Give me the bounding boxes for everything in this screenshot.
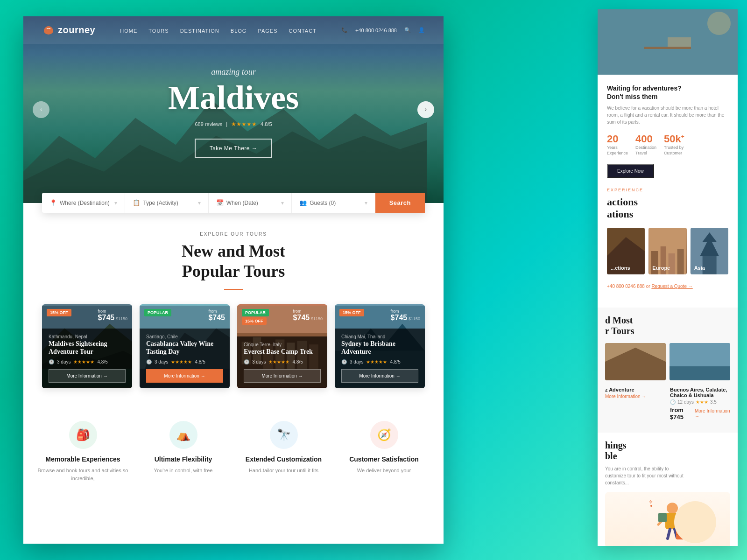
- destination-card-1[interactable]: ...ctions: [607, 228, 645, 274]
- section-divider: [224, 289, 243, 290]
- features-section: 🎒 Memorable Experiences Browse and book …: [23, 402, 444, 491]
- rp-adventure-section: hingsble You are in control, the ability…: [598, 433, 738, 546]
- card2-more-btn[interactable]: More Information →: [146, 369, 223, 383]
- rp-hero-scene: [598, 9, 738, 75]
- phone-icon: 📞: [341, 27, 348, 33]
- where-field[interactable]: 📍 Where (Destination) ▾: [42, 193, 125, 213]
- card1-more-btn[interactable]: More Information →: [49, 369, 126, 383]
- guests-field[interactable]: 👥 Guests (0) ▾: [292, 193, 375, 213]
- rp-tour-cards: [605, 343, 730, 380]
- card3-stars: ★★★★★: [268, 359, 289, 364]
- card2-title: Casablanca Valley Wine Tasting Day: [146, 340, 223, 356]
- svg-point-50: [650, 505, 652, 507]
- nav-blog[interactable]: BLOG: [231, 26, 247, 35]
- rp-phone-number[interactable]: +40 800 0246 888 or Request a Quote →: [607, 284, 728, 289]
- tour-card-3[interactable]: POPULAR 15% OFF from $745 $1150 Cinque T…: [237, 304, 327, 388]
- rp-tour-card-2[interactable]: [669, 343, 730, 380]
- feature-2-desc: You're in control, with free: [138, 467, 229, 475]
- card2-stars: ★★★★★: [171, 359, 192, 364]
- tour-card-1[interactable]: 15% OFF from $745 $1150 Kathmandu, Nepal…: [42, 304, 132, 388]
- hero-cta-button[interactable]: Take Me There →: [195, 139, 273, 158]
- rp-experience-label: EXPERIENCE: [607, 188, 728, 192]
- binoculars-icon: 🔭: [277, 428, 291, 441]
- rp-tour-meta-2: 🕐 12 days ★★★ 3.5: [670, 399, 730, 405]
- stat-destinations: 400 DestinationTravel: [635, 133, 656, 156]
- location-icon: 📍: [49, 199, 57, 206]
- when-label: When (Date): [226, 200, 258, 206]
- rp-adventure-title: hingsble: [605, 440, 730, 462]
- card2-badge: POPULAR: [144, 309, 171, 316]
- nav-destination[interactable]: DESTINATION: [180, 26, 219, 35]
- nav-contact[interactable]: CONTACT: [289, 26, 316, 35]
- hero-prev-arrow[interactable]: ‹: [33, 101, 49, 118]
- card4-content: Chiang Mai, Thailand Sydney to Brisbane …: [335, 329, 425, 389]
- card2-rating: 4.8/5: [195, 359, 205, 364]
- destination-card-europe[interactable]: Europe: [648, 228, 686, 274]
- card3-more-btn[interactable]: More Information →: [244, 369, 321, 383]
- card3-price: from $745 $1150: [293, 309, 323, 322]
- rp-adventure-illustration: ✈: [605, 492, 730, 546]
- card4-title: Sydney to Brisbane Adventure: [341, 340, 418, 356]
- calendar-icon: 📅: [216, 199, 224, 206]
- search-button[interactable]: Search: [375, 193, 425, 213]
- svg-rect-24: [644, 47, 691, 49]
- card1-price: from $745 $1150: [98, 309, 127, 322]
- rp-more-link-2[interactable]: More Information →: [695, 408, 730, 419]
- nav-tours[interactable]: TOURS: [148, 26, 169, 35]
- compass-icon: 🧭: [377, 428, 391, 441]
- feature-satisfaction: 🧭 Customer Satisfaction We deliver beyon…: [334, 421, 434, 482]
- when-field[interactable]: 📅 When (Date) ▾: [209, 193, 292, 213]
- destination-card-asia[interactable]: Asia: [691, 228, 728, 274]
- clock-icon: 🕐: [49, 359, 54, 364]
- type-field[interactable]: 📋 Type (Activity) ▾: [125, 193, 208, 213]
- feature-1-title: Memorable Experiences: [37, 455, 128, 463]
- clock-icon-rp: 🕐: [670, 399, 676, 405]
- card1-content: Kathmandu, Nepal Maldives Sightseeing Ad…: [42, 329, 132, 389]
- stat-customers: 50k+ Trusted byCustomer: [664, 133, 684, 156]
- adventure-circle: [674, 501, 716, 543]
- card4-more-btn[interactable]: More Information →: [341, 369, 418, 383]
- rp-tour-card-1[interactable]: [605, 343, 666, 380]
- tour-card-4[interactable]: 15% OFF from $745 $1150 Chiang Mai, Thai…: [335, 304, 425, 388]
- logo[interactable]: zourney: [42, 25, 95, 35]
- rp-adventure-desc: You are in control, the ability tocustom…: [605, 465, 730, 486]
- where-chevron: ▾: [114, 200, 117, 206]
- rp-tour-name-1: z Adventure: [605, 387, 665, 392]
- hero-next-arrow[interactable]: ›: [417, 101, 434, 118]
- rp-more-link-1[interactable]: More Information →: [605, 394, 665, 399]
- tours-section: EXPLORE OUR TOURS New and MostPopular To…: [23, 213, 444, 402]
- svg-rect-40: [669, 366, 730, 380]
- type-chevron: ▾: [198, 200, 201, 206]
- nav-home[interactable]: HOME: [120, 26, 137, 35]
- svg-point-23: [707, 12, 731, 35]
- card3-content: Cinque Terre, Italy Everest Base Camp Tr…: [237, 336, 327, 389]
- hero-section: zourney HOME TOURS DESTINATION BLOG PAGE…: [23, 16, 444, 203]
- activity-icon: 📋: [133, 199, 140, 206]
- rp-explore-button[interactable]: Explore Now: [607, 164, 654, 178]
- nav-actions: 📞 +40 800 0246 888 🔍 👤: [341, 27, 425, 33]
- feature-3-desc: Hand-tailor your tour until it fits: [238, 467, 329, 475]
- rating-stars: ★★★★★: [231, 121, 257, 127]
- card4-meta: 🕐 3 days ★★★★★ 4.8/5: [341, 359, 418, 364]
- tour-card-2[interactable]: POPULAR from $745 Santiago, Chile Casabl…: [140, 304, 230, 388]
- nav-phone: +40 800 0246 888: [355, 28, 397, 33]
- clock-icon-3: 🕐: [244, 359, 249, 364]
- card4-price: from $745 $1150: [391, 309, 420, 322]
- card4-location: Chiang Mai, Thailand: [341, 334, 418, 339]
- stat-dest-label: DestinationTravel: [635, 145, 656, 156]
- nav-pages[interactable]: PAGES: [258, 26, 277, 35]
- when-chevron: ▾: [281, 200, 284, 206]
- user-icon[interactable]: 👤: [418, 27, 425, 33]
- feature-4-desc: We deliver beyond your: [338, 467, 430, 475]
- guests-icon: 👥: [299, 199, 307, 206]
- stat-dest-num: 400: [635, 133, 656, 145]
- nav-menu: HOME TOURS DESTINATION BLOG PAGES CONTAC…: [120, 26, 316, 35]
- card3-duration: 3 days: [252, 359, 266, 364]
- search-bar: 📍 Where (Destination) ▾ 📋 Type (Activity…: [42, 193, 425, 213]
- search-icon[interactable]: 🔍: [404, 27, 411, 33]
- rp-description: We believe for a vacation should be more…: [607, 105, 728, 126]
- hero-rating: 689 reviews | ★★★★★ 4.8/5: [23, 121, 444, 127]
- navbar: zourney HOME TOURS DESTINATION BLOG PAGE…: [23, 16, 444, 44]
- dest3-label: Asia: [694, 265, 705, 271]
- stat-cust-num: 50k+: [664, 133, 684, 145]
